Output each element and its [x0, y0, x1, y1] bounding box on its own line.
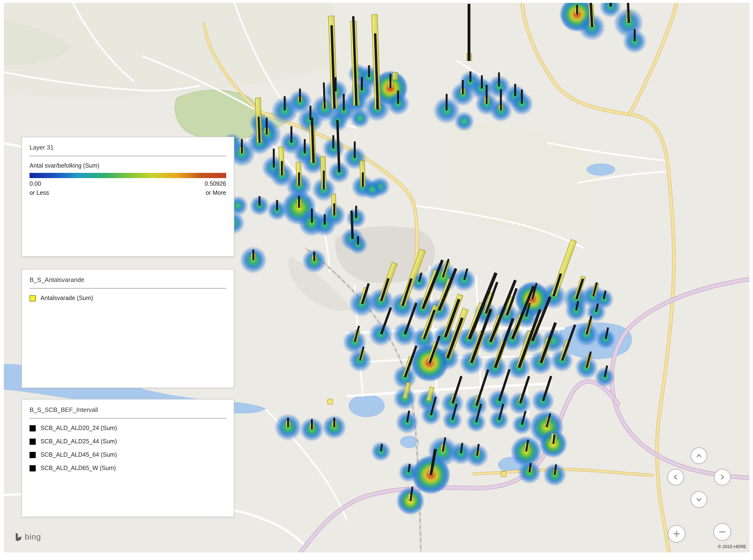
legend-item: SCB_ALD_ALD25_44 (Sum): [29, 438, 226, 445]
legend-item: SCB_ALD_ALD65_W (Sum): [29, 465, 226, 472]
legend-swatch: [29, 465, 36, 471]
legend-items: SCB_ALD_ALD20_24 (Sum)SCB_ALD_ALD25_44 (…: [29, 425, 226, 472]
legend-item-label: Antalsvarade (Sum): [40, 295, 93, 301]
max-label: or More: [206, 189, 226, 196]
min-label: or Less: [29, 189, 49, 196]
max-value: 0.50926: [205, 180, 226, 187]
legend-item-label: SCB_ALD_ALD25_44 (Sum): [40, 438, 117, 445]
legend-title: B_S_SCB_BEF_Intervall: [29, 406, 226, 413]
legend-divider: [29, 288, 226, 288]
pan-down-button[interactable]: [690, 491, 708, 508]
legend-swatch: [29, 438, 36, 444]
pan-up-button[interactable]: [690, 447, 708, 464]
zoom-out-button[interactable]: [713, 523, 731, 541]
legend-title: B_S_Antalsvarande: [29, 276, 226, 283]
min-value: 0.00: [29, 180, 41, 187]
color-gradient-bar: [29, 173, 226, 178]
legend-swatch: [29, 425, 36, 431]
legend-intervall-card: B_S_SCB_BEF_Intervall SCB_ALD_ALD20_24 (…: [21, 399, 234, 517]
chevron-up-icon: [695, 452, 703, 460]
chevron-left-icon: [671, 473, 680, 481]
chevron-down-icon: [695, 495, 703, 504]
pan-left-button[interactable]: [667, 468, 684, 486]
plus-icon: [672, 529, 681, 539]
legend-item-label: SCB_ALD_ALD65_W (Sum): [40, 465, 116, 472]
legend-items: Antalsvarade (Sum): [29, 295, 226, 301]
legend-item-label: SCB_ALD_ALD20_24 (Sum): [40, 425, 117, 432]
zoom-in-button[interactable]: [668, 525, 686, 543]
legend-title: Layer 31: [29, 144, 226, 151]
legend-item: Antalsvarade (Sum): [29, 295, 226, 301]
bing-logo-text: bing: [25, 533, 41, 542]
legend-divider: [29, 156, 226, 156]
map-viewport[interactable]: Layer 31 Antal svar/befolking (Sum) 0.00…: [0, 0, 753, 560]
legend-item: SCB_ALD_ALD20_24 (Sum): [29, 425, 226, 432]
legend-swatch: [29, 452, 36, 458]
bing-b-icon: [14, 533, 22, 542]
map-copyright: © 2015 HERE: [718, 544, 746, 549]
legend-range-labels: or Less or More: [29, 189, 226, 196]
legend-swatch: [29, 295, 36, 301]
legend-heatmap-card: Layer 31 Antal svar/befolking (Sum) 0.00…: [21, 137, 234, 257]
bing-logo[interactable]: bing: [14, 533, 41, 542]
legend-field-label: Antal svar/befolking (Sum): [29, 162, 226, 169]
minus-icon: [717, 527, 727, 537]
legend-range-values: 0.00 0.50926: [29, 180, 226, 187]
legend-antalsvarande-card: B_S_Antalsvarande Antalsvarade (Sum): [21, 269, 234, 388]
pan-right-button[interactable]: [714, 468, 731, 486]
frame-left: [0, 0, 4, 560]
chevron-right-icon: [718, 473, 727, 481]
legend-item: SCB_ALD_ALD45_64 (Sum): [29, 452, 226, 458]
frame-bottom: [0, 553, 753, 560]
legend-divider: [29, 418, 226, 419]
legend-item-label: SCB_ALD_ALD45_64 (Sum): [40, 452, 117, 458]
frame-right: [749, 0, 753, 560]
frame-top: [0, 0, 753, 3]
